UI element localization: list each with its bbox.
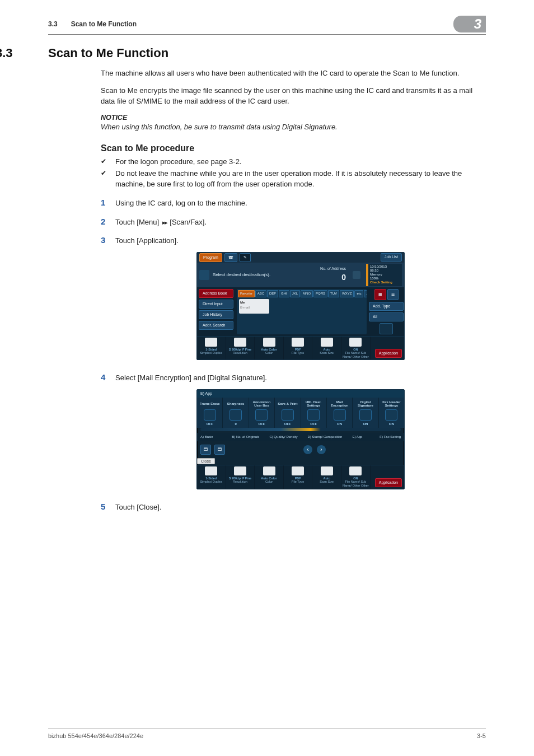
step-2-pre: Touch [Menu]: [115, 218, 159, 226]
job-history-tab[interactable]: Job History: [199, 310, 233, 319]
status-memory-label: Memory: [370, 273, 382, 276]
notice-label: NOTICE: [101, 114, 486, 122]
setting-resolution[interactable]: S 200dpi F FineResolution: [226, 337, 255, 360]
screenshot-application: E) App Frame EraseOFF Sharpness0 Annotat…: [196, 389, 405, 489]
prompt-text: Select desired destination(s).: [213, 272, 270, 278]
intro-paragraph-2: Scan to Me encrypts the image file scann…: [101, 86, 486, 107]
header-rule: [48, 34, 486, 35]
setting-filename[interactable]: ONFile Name/ Sub Name/ Other Other: [341, 337, 371, 360]
footer-page-number: 3-5: [477, 732, 486, 739]
tile-fax-header[interactable]: Fax Header SettingsON: [379, 398, 404, 428]
setting-filename[interactable]: ONFile Name/ Sub Name/ Other Other: [341, 465, 371, 489]
destination-canvas: Favorite ABC DEF GHI JKL MNO PQRS TUV WX…: [237, 289, 367, 334]
step-5: Touch [Close].: [101, 502, 486, 513]
setting-filetype[interactable]: PDFFile Type: [284, 337, 313, 360]
addr-search-tab[interactable]: Addr. Search: [199, 321, 233, 330]
addr-count-value: 0: [341, 273, 346, 282]
prereq-item: Do not leave the machine while you are i…: [101, 169, 486, 190]
setting-simplex[interactable]: 1-SidedSimplex/ Duplex: [197, 465, 226, 489]
tab-fax-setting[interactable]: F) Fax Setting: [380, 435, 401, 439]
page-prev-button[interactable]: ‹: [303, 445, 312, 454]
filter-wxyz[interactable]: WXYZ: [340, 290, 354, 297]
section-label-app: E) App: [197, 390, 404, 398]
tile-annotation-box[interactable]: Annotation User BoxOFF: [249, 398, 275, 428]
footer-rule: [48, 729, 486, 729]
filter-abc[interactable]: ABC: [255, 290, 266, 297]
filter-etc[interactable]: etc: [354, 290, 363, 297]
page-next-button[interactable]: ›: [317, 445, 326, 454]
prereq-list: For the logon procedure, see page 3-2. D…: [101, 157, 486, 190]
step-2-post: [Scan/Fax].: [170, 218, 207, 226]
filter-favorite[interactable]: Favorite: [238, 290, 255, 297]
tile-scrollbar[interactable]: [200, 428, 401, 431]
tile-save-print[interactable]: Save & PrintOFF: [275, 398, 301, 428]
program-button[interactable]: Program: [199, 253, 222, 262]
joblist-button[interactable]: Job List: [381, 253, 402, 262]
tile-sharpness[interactable]: Sharpness0: [223, 398, 249, 428]
header-section-label: Scan to Me Function: [71, 20, 137, 28]
dest-name: Me: [240, 301, 245, 304]
section-number: 3.3: [0, 46, 48, 60]
scan-settings-bar: 1-SidedSimplex/ Duplex S 200dpi F FineRe…: [197, 336, 404, 360]
setting-filetype[interactable]: PDFFile Type: [284, 465, 313, 489]
filter-ghi[interactable]: GHI: [279, 290, 289, 297]
setting-color[interactable]: Auto ColorColor: [255, 337, 284, 360]
mode-icon[interactable]: ☎: [224, 253, 237, 262]
tile-digital-sig[interactable]: Digital SignatureON: [353, 398, 378, 428]
setting-color[interactable]: Auto ColorColor: [255, 465, 284, 489]
prereq-item: For the logon procedure, see page 3-2.: [101, 157, 486, 167]
status-time: 08:30: [370, 269, 378, 272]
scroll-down-button[interactable]: [380, 323, 393, 334]
tab-stamp[interactable]: D) Stamp/ Composition: [307, 435, 342, 439]
add-type-label: Add. Type: [369, 302, 404, 311]
filter-jkl[interactable]: JKL: [290, 290, 300, 297]
addr-count-label: No. of Address: [320, 267, 346, 270]
step-3: Touch [Application]. Program ☎ ✎ Job Lis…: [101, 235, 486, 360]
guide-icon: [199, 270, 209, 280]
close-button[interactable]: Close: [197, 458, 215, 464]
setting-scansize[interactable]: AutoScan Size: [312, 337, 341, 360]
destination-me[interactable]: Me E-mail: [239, 299, 269, 314]
tile-url-dest[interactable]: URL Dest. SettingsOFF: [301, 398, 327, 428]
page-footer: bizhub 554e/454e/364e/284e/224e 3-5: [48, 732, 486, 739]
check-setting-button[interactable]: Check Setting: [370, 281, 392, 284]
setting-simplex[interactable]: 1-SidedSimplex/ Duplex: [197, 337, 226, 360]
setting-resolution[interactable]: S 200dpi F FineResolution: [226, 465, 255, 489]
dest-type: E-mail: [240, 306, 250, 309]
add-type-select[interactable]: All: [369, 312, 404, 321]
mode-icon[interactable]: ✎: [240, 253, 251, 262]
step-3-text: Touch [Application].: [115, 236, 179, 245]
address-book-tab[interactable]: Address Book: [199, 289, 233, 298]
view-list-button[interactable]: ☰: [387, 289, 399, 300]
direct-input-tab[interactable]: Direct Input: [199, 300, 233, 309]
keypad-icon[interactable]: [353, 271, 360, 279]
tab-originals[interactable]: B) No. of Originals: [232, 435, 259, 439]
section-title-text: Scan to Me Function: [48, 46, 168, 60]
notice-text: When using this function, be sure to tra…: [101, 123, 486, 131]
tile-mail-encryption[interactable]: Mail EncryptionON: [327, 398, 353, 428]
application-button[interactable]: Application: [375, 478, 402, 487]
tab-app[interactable]: E) App: [352, 435, 362, 439]
filter-mno[interactable]: MNO: [301, 290, 313, 297]
tile-frame-erase[interactable]: Frame EraseOFF: [197, 398, 223, 428]
status-panel: 10/10/2013 08:30 Memory 100% Check Setti…: [366, 264, 402, 286]
filter-all[interactable]: All: [364, 290, 367, 297]
thumb-button[interactable]: 🗔: [214, 445, 225, 455]
application-cell: Application: [371, 337, 404, 360]
thumb-button[interactable]: 🗔: [200, 445, 211, 455]
footer-model: bizhub 554e/454e/364e/284e/224e: [48, 732, 143, 739]
chapter-badge: 3: [453, 16, 486, 32]
view-icons-button[interactable]: ▦: [374, 289, 386, 300]
step-4: Select [Mail Encryption] and [Digital Si…: [101, 372, 486, 489]
tab-quality[interactable]: C) Quality/ Density: [269, 435, 297, 439]
status-memory-pct: 100%: [370, 277, 378, 280]
filter-def[interactable]: DEF: [267, 290, 278, 297]
arrow-icon: ▸▸: [162, 218, 167, 227]
filter-tuv[interactable]: TUV: [328, 290, 339, 297]
filter-pqrs[interactable]: PQRS: [313, 290, 327, 297]
section-title: 3.3Scan to Me Function: [0, 46, 486, 60]
application-button[interactable]: Application: [375, 349, 402, 358]
setting-scansize[interactable]: AutoScan Size: [312, 465, 341, 489]
tab-basic[interactable]: A) Basic: [200, 435, 213, 439]
step-4-text: Select [Mail Encryption] and [Digital Si…: [115, 374, 267, 382]
